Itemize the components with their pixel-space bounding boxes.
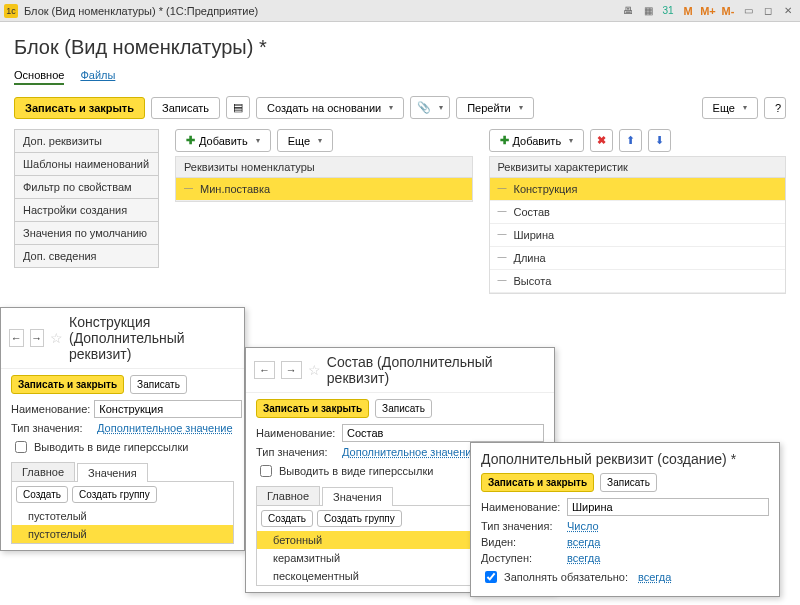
move-down-button[interactable]: ⬇ (648, 129, 671, 152)
arrow-up-icon: ⬆ (626, 134, 635, 147)
tab-main[interactable]: Основное (14, 67, 64, 85)
sw3-type-label: Тип значения: (481, 520, 563, 532)
plus-icon: ✚ (500, 134, 509, 147)
sw1-create-group[interactable]: Создать группу (72, 486, 157, 503)
sw2-tab-values[interactable]: Значения (322, 487, 393, 506)
sw2-hyperlink-label: Выводить в виде гиперссылки (279, 465, 433, 477)
print-icon[interactable]: 🖶 (620, 3, 636, 19)
star-icon[interactable]: ☆ (308, 362, 321, 378)
sw3-name-label: Наименование: (481, 501, 563, 513)
sw2-save-close[interactable]: Записать и закрыть (256, 399, 369, 418)
subwin2-title: Состав (Дополнительный реквизит) (327, 354, 546, 386)
sw3-save-close[interactable]: Записать и закрыть (481, 473, 594, 492)
subwin-construction: ← → ☆ Конструкция (Дополнительный реквиз… (0, 307, 245, 551)
sidebar-item-defaults[interactable]: Значения по умолчанию (14, 222, 159, 245)
sw1-create[interactable]: Создать (16, 486, 68, 503)
m-minus-icon[interactable]: M- (720, 3, 736, 19)
row-length[interactable]: Длина (490, 247, 786, 270)
sw2-name-label: Наименование: (256, 427, 338, 439)
page-title: Блок (Вид номенклатуры) * (14, 36, 786, 59)
save-button[interactable]: Записать (151, 97, 220, 119)
sidebar-item-create-settings[interactable]: Настройки создания (14, 199, 159, 222)
panel-characteristics: ✚Добавить ✖ ⬆ ⬇ Реквизиты характеристик … (489, 129, 787, 294)
window-titlebar: 1c Блок (Вид номенклатуры) * (1С:Предпри… (0, 0, 800, 22)
sw3-avail-label: Доступен: (481, 552, 563, 564)
nav-tabs: Основное Файлы (14, 67, 786, 86)
sw2-tab-main[interactable]: Главное (256, 486, 320, 505)
move-up-button[interactable]: ⬆ (619, 129, 642, 152)
panel2-header: Реквизиты характеристик (489, 156, 787, 178)
subwin3-title: Дополнительный реквизит (создание) * (481, 451, 769, 467)
create-basis-button[interactable]: Создать на основании (256, 97, 404, 119)
sidebar-item-extra[interactable]: Доп. сведения (14, 245, 159, 268)
sw3-name-input[interactable] (567, 498, 769, 516)
sw1-row-1[interactable]: пустотелый (12, 525, 233, 543)
sw2-type-label: Тип значения: (256, 446, 338, 458)
sw3-visible-label: Виден: (481, 536, 563, 548)
minimize-icon[interactable]: ▭ (740, 3, 756, 19)
sidebar-item-filter[interactable]: Фильтр по свойствам (14, 176, 159, 199)
sw1-type-label: Тип значения: (11, 422, 93, 434)
panel1-header: Реквизиты номенклатуры (175, 156, 473, 178)
sw2-save[interactable]: Записать (375, 399, 432, 418)
sw1-save[interactable]: Записать (130, 375, 187, 394)
sidebar-item-templates[interactable]: Шаблоны наименований (14, 153, 159, 176)
arrow-down-icon: ⬇ (655, 134, 664, 147)
sw3-type-value[interactable]: Число (567, 520, 599, 532)
sw3-save[interactable]: Записать (600, 473, 657, 492)
panel-nomenclature: ✚Добавить Еще Реквизиты номенклатуры Мин… (175, 129, 473, 294)
sw2-type-value[interactable]: Дополнительное значение (342, 446, 478, 458)
tab-files[interactable]: Файлы (80, 67, 115, 85)
calendar-icon[interactable]: 31 (660, 3, 676, 19)
sw3-avail-value[interactable]: всегда (567, 552, 600, 564)
sw1-tab-values[interactable]: Значения (77, 463, 148, 482)
goto-button[interactable]: Перейти (456, 97, 534, 119)
row-composition[interactable]: Состав (490, 201, 786, 224)
delete-button[interactable]: ✖ (590, 129, 613, 152)
maximize-icon[interactable]: ◻ (760, 3, 776, 19)
sw2-create[interactable]: Создать (261, 510, 313, 527)
sw3-visible-value[interactable]: всегда (567, 536, 600, 548)
main-toolbar: Записать и закрыть Записать ▤ Создать на… (14, 96, 786, 119)
sw2-hyperlink-chk[interactable] (260, 465, 272, 477)
sidebar: Доп. реквизиты Шаблоны наименований Филь… (14, 129, 159, 294)
sidebar-item-attrs[interactable]: Доп. реквизиты (14, 129, 159, 153)
sw1-tab-main[interactable]: Главное (11, 462, 75, 481)
help-button[interactable]: ? (764, 97, 786, 119)
window-title: Блок (Вид номенклатуры) * (1С:Предприяти… (24, 5, 258, 17)
row-height[interactable]: Высота (490, 270, 786, 293)
m-plus-icon[interactable]: M+ (700, 3, 716, 19)
add-button-2[interactable]: ✚Добавить (489, 129, 585, 152)
row-construction[interactable]: Конструкция (490, 178, 786, 201)
sw2-create-group[interactable]: Создать группу (317, 510, 402, 527)
calc-icon[interactable]: ▦ (640, 3, 656, 19)
list-icon[interactable]: ▤ (226, 96, 250, 119)
more-button[interactable]: Еще (702, 97, 758, 119)
subwin1-title: Конструкция (Дополнительный реквизит) (69, 314, 236, 362)
sw1-name-label: Наименование: (11, 403, 90, 415)
nav-back-icon[interactable]: ← (9, 329, 24, 347)
add-button-1[interactable]: ✚Добавить (175, 129, 271, 152)
sw3-req-value[interactable]: всегда (638, 571, 671, 583)
star-icon[interactable]: ☆ (50, 330, 63, 346)
sw1-hyperlink-chk[interactable] (15, 441, 27, 453)
plus-icon: ✚ (186, 134, 195, 147)
row-min-supply[interactable]: Мин.поставка (176, 178, 472, 201)
sw3-req-label: Заполнять обязательно: (504, 571, 628, 583)
subwin-width: Дополнительный реквизит (создание) * Зап… (470, 442, 780, 597)
sw1-save-close[interactable]: Записать и закрыть (11, 375, 124, 394)
more-button-1[interactable]: Еще (277, 129, 333, 152)
nav-fwd-icon[interactable]: → (281, 361, 302, 379)
sw2-name-input[interactable] (342, 424, 544, 442)
nav-back-icon[interactable]: ← (254, 361, 275, 379)
sw1-row-0[interactable]: пустотелый (12, 507, 233, 525)
m-icon[interactable]: M (680, 3, 696, 19)
sw1-type-value[interactable]: Дополнительное значение (97, 422, 233, 434)
save-close-button[interactable]: Записать и закрыть (14, 97, 145, 119)
row-width[interactable]: Ширина (490, 224, 786, 247)
attach-icon[interactable]: 📎 (410, 96, 450, 119)
sw1-name-input[interactable] (94, 400, 242, 418)
sw3-req-chk[interactable] (485, 571, 497, 583)
close-icon[interactable]: ✕ (780, 3, 796, 19)
nav-fwd-icon[interactable]: → (30, 329, 45, 347)
